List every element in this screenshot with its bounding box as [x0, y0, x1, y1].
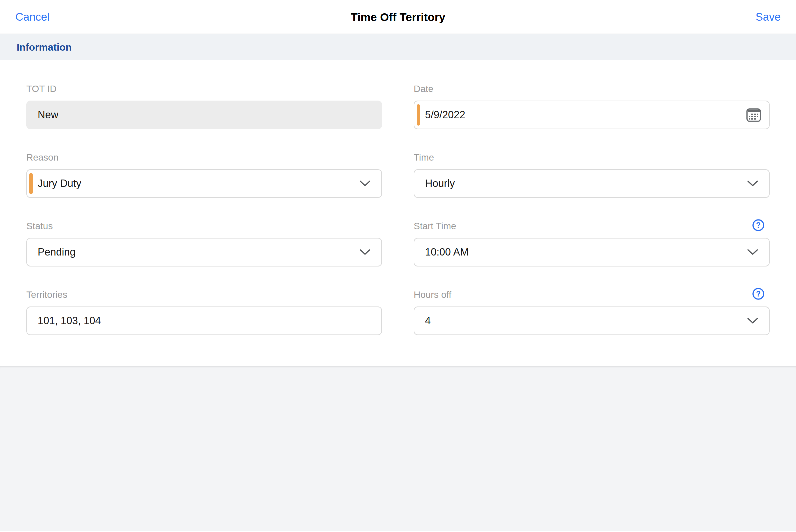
svg-text:?: ? — [756, 221, 761, 229]
start-time-picklist[interactable]: 10:00 AM — [414, 238, 770, 266]
chevron-down-icon — [747, 249, 758, 255]
chevron-down-icon — [359, 249, 371, 255]
svg-text:?: ? — [756, 289, 761, 298]
date-field[interactable]: 5/9/2022 — [414, 101, 770, 129]
chevron-down-icon — [747, 180, 758, 187]
field-group-status: Status Pending — [26, 218, 382, 266]
status-value: Pending — [38, 246, 76, 258]
start-time-label: Start Time — [414, 221, 456, 232]
reason-label: Reason — [26, 152, 59, 163]
field-group-date: Date 5/9/2022 — [414, 81, 770, 129]
hours-off-label: Hours off — [414, 289, 451, 301]
tot-id-value: New — [38, 109, 58, 121]
chevron-down-icon — [359, 180, 371, 187]
hours-off-value: 4 — [425, 315, 431, 327]
time-off-territory-screen: Cancel Time Off Territory Save Informati… — [0, 0, 796, 532]
section-title: Information — [17, 42, 72, 53]
reason-picklist[interactable]: Jury Duty — [26, 169, 382, 198]
information-section-header: Information — [0, 34, 796, 60]
help-icon[interactable]: ? — [752, 287, 765, 301]
territories-value: 101, 103, 104 — [38, 315, 101, 327]
reason-value: Jury Duty — [38, 177, 81, 190]
chevron-down-icon — [747, 318, 758, 324]
time-off-form: TOT ID New Date 5/9/2022 — [0, 60, 796, 366]
required-indicator — [416, 104, 420, 126]
date-value: 5/9/2022 — [425, 109, 465, 121]
field-group-territories: Territories 101, 103, 104 — [26, 287, 382, 335]
time-value: Hourly — [425, 177, 455, 190]
page-title: Time Off Territory — [351, 10, 445, 23]
time-label: Time — [414, 152, 434, 163]
navbar: Cancel Time Off Territory Save — [0, 0, 796, 34]
status-picklist[interactable]: Pending — [26, 238, 382, 266]
field-group-tot-id: TOT ID New — [26, 81, 382, 129]
start-time-value: 10:00 AM — [425, 246, 469, 258]
tot-id-field: New — [26, 101, 382, 129]
time-picklist[interactable]: Hourly — [414, 169, 770, 198]
calendar-icon[interactable] — [746, 107, 762, 123]
territories-label: Territories — [26, 289, 67, 301]
status-label: Status — [26, 221, 53, 232]
date-label: Date — [414, 83, 433, 95]
save-button[interactable]: Save — [756, 11, 781, 23]
territories-input[interactable]: 101, 103, 104 — [26, 306, 382, 335]
field-group-reason: Reason Jury Duty — [26, 150, 382, 198]
help-icon[interactable]: ? — [752, 218, 765, 232]
required-indicator — [29, 173, 33, 194]
field-group-time: Time Hourly — [414, 150, 770, 198]
hours-off-picklist[interactable]: 4 — [414, 306, 770, 335]
field-group-start-time: Start Time ? 10:00 AM — [414, 218, 770, 266]
field-group-hours-off: Hours off ? 4 — [414, 287, 770, 335]
cancel-button[interactable]: Cancel — [15, 11, 50, 23]
background-area — [0, 366, 796, 531]
tot-id-label: TOT ID — [26, 83, 57, 95]
